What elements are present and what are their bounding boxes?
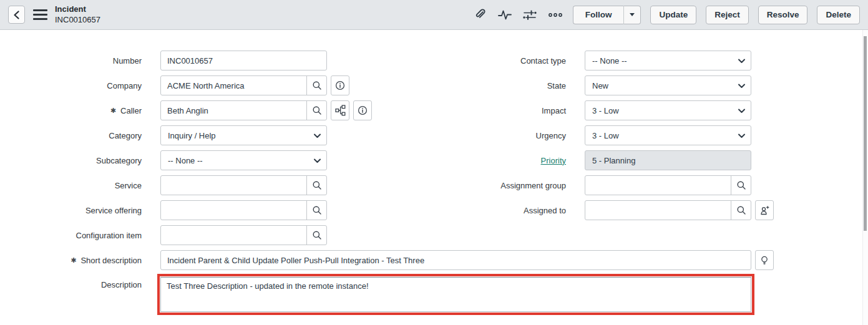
assign-to-me-button[interactable] — [755, 200, 774, 220]
field-row-impact: Impact 3 - Low — [424, 100, 774, 120]
field-row-state: State New — [424, 75, 774, 95]
follow-dropdown-button[interactable] — [624, 6, 641, 24]
back-button[interactable] — [8, 6, 25, 24]
number-input[interactable]: INC0010657 — [160, 51, 327, 70]
caller-label: ✱Caller — [0, 106, 142, 115]
category-label: Category — [0, 131, 142, 140]
assigned-to-lookup-button[interactable] — [731, 201, 751, 220]
knowledge-suggestion-button[interactable] — [755, 250, 774, 270]
subcategory-select[interactable]: -- None -- — [160, 150, 327, 170]
form-header-bar: Incident INC0010657 Follow Update — [0, 0, 868, 30]
short-description-input[interactable]: Incident Parent & Child Update Poller Pu… — [160, 250, 751, 270]
field-row-caller: ✱Caller Beth Anglin — [0, 100, 372, 120]
subcategory-label: Subcategory — [0, 156, 142, 165]
page-title: Incident — [55, 4, 100, 15]
chevron-down-icon — [314, 133, 321, 138]
follow-split-button: Follow — [573, 6, 641, 24]
search-icon — [312, 105, 322, 115]
follow-button[interactable]: Follow — [573, 6, 625, 24]
urgency-select[interactable]: 3 - Low — [585, 125, 751, 145]
search-icon — [312, 80, 322, 90]
service-offering-lookup-button[interactable] — [306, 201, 326, 220]
record-number: INC0010657 — [55, 15, 100, 26]
assigned-to-label: Assigned to — [424, 206, 566, 215]
priority-readonly-value: 5 - Planning — [585, 150, 751, 170]
field-row-priority: Priority 5 - Planning — [424, 150, 774, 170]
state-select[interactable]: New — [585, 75, 751, 95]
assignment-group-input[interactable] — [585, 175, 751, 195]
info-icon — [358, 105, 368, 115]
field-row-contact-type: Contact type -- None -- — [424, 51, 774, 70]
reject-button[interactable]: Reject — [706, 6, 749, 24]
contact-type-label: Contact type — [424, 56, 566, 65]
chevron-down-icon — [738, 109, 745, 114]
company-lookup-button[interactable] — [306, 76, 326, 95]
service-input[interactable] — [160, 175, 327, 195]
header-icon-group — [474, 8, 563, 21]
vertical-scrollbar-thumb[interactable] — [864, 36, 867, 231]
caller-input[interactable]: Beth Anglin — [160, 100, 327, 120]
service-lookup-button[interactable] — [306, 176, 326, 195]
field-row-subcategory: Subcategory -- None -- — [0, 150, 372, 170]
caret-down-icon — [630, 13, 635, 16]
field-row-urgency: Urgency 3 - Low — [424, 125, 774, 145]
configuration-item-label: Configuration item — [0, 231, 142, 240]
urgency-label: Urgency — [424, 131, 566, 140]
chevron-down-icon — [738, 133, 745, 138]
field-row-assignment-group: Assignment group — [424, 175, 774, 195]
configuration-item-input[interactable] — [160, 225, 327, 245]
chevron-left-icon — [13, 11, 20, 19]
assignment-group-label: Assignment group — [424, 181, 566, 190]
company-input[interactable]: ACME North America — [160, 75, 327, 95]
field-row-assigned-to: Assigned to — [424, 200, 774, 220]
company-preview-button[interactable] — [331, 75, 349, 95]
caller-preview-button[interactable] — [353, 100, 372, 120]
required-icon: ✱ — [110, 107, 116, 114]
search-icon — [312, 180, 322, 190]
person-add-icon — [759, 205, 770, 216]
field-row-number: Number INC0010657 — [0, 51, 372, 70]
search-icon — [736, 180, 746, 190]
field-row-configuration-item: Configuration item — [0, 225, 372, 245]
personalize-icon[interactable] — [523, 9, 537, 21]
resolve-button[interactable]: Resolve — [758, 6, 808, 24]
description-textarea[interactable]: Test Three Description - updated in the … — [160, 277, 751, 312]
caller-show-related-button[interactable] — [331, 100, 349, 120]
field-row-category: Category Inquiry / Help — [0, 125, 372, 145]
chevron-down-icon — [314, 158, 321, 163]
attachment-icon[interactable] — [474, 8, 487, 21]
contact-type-select[interactable]: -- None -- — [585, 51, 751, 70]
context-menu-icon[interactable] — [33, 9, 47, 21]
number-label: Number — [0, 56, 142, 65]
state-label: State — [424, 81, 566, 90]
category-select[interactable]: Inquiry / Help — [160, 125, 327, 145]
assigned-to-input[interactable] — [585, 200, 751, 220]
service-label: Service — [0, 181, 142, 190]
record-title-block: Incident INC0010657 — [55, 4, 100, 26]
search-icon — [736, 205, 746, 215]
company-label: Company — [0, 81, 142, 90]
header-button-group: Follow Update Reject Resolve Delete — [573, 6, 860, 24]
search-icon — [312, 205, 322, 215]
field-row-service: Service — [0, 175, 372, 195]
form-column-right: Contact type -- None -- State New Impact… — [424, 51, 774, 225]
update-button[interactable]: Update — [650, 6, 696, 24]
highlight-box: Test Three Description - updated in the … — [157, 274, 754, 315]
field-row-company: Company ACME North America — [0, 75, 372, 95]
short-description-label: ✱Short description — [0, 256, 142, 265]
configuration-item-lookup-button[interactable] — [306, 226, 326, 245]
description-label: Description — [0, 274, 142, 289]
more-options-icon[interactable] — [548, 12, 563, 18]
form-column-left: Number INC0010657 Company ACME North Ame… — [0, 51, 372, 250]
priority-label-link[interactable]: Priority — [424, 156, 566, 165]
caller-lookup-button[interactable] — [306, 101, 326, 120]
delete-button[interactable]: Delete — [817, 6, 860, 24]
search-icon — [312, 230, 322, 240]
field-row-short-description: ✱Short description Incident Parent & Chi… — [0, 250, 774, 270]
lightbulb-icon — [759, 255, 769, 266]
activity-icon[interactable] — [498, 9, 512, 21]
service-offering-input[interactable] — [160, 200, 327, 220]
field-row-description: Description Test Three Description - upd… — [0, 274, 754, 315]
assignment-group-lookup-button[interactable] — [731, 176, 751, 195]
impact-select[interactable]: 3 - Low — [585, 100, 751, 120]
